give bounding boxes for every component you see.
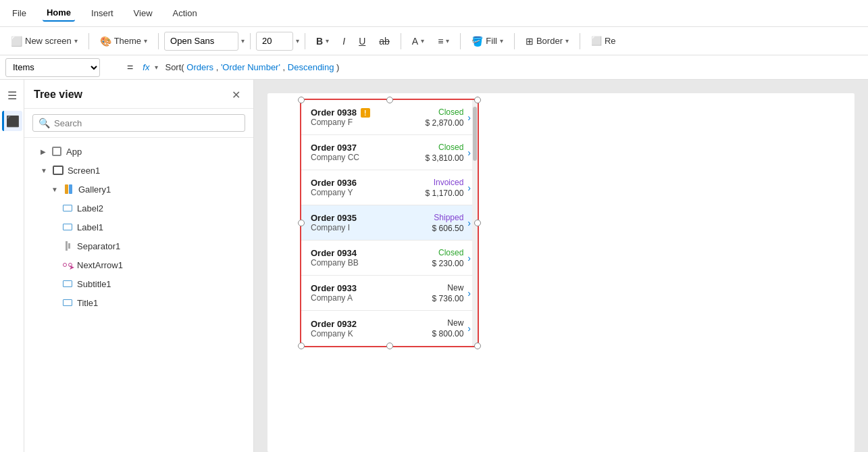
gallery-row-3[interactable]: Order 0935 Company I Shipped $ 606.50 › bbox=[301, 205, 478, 241]
gallery-widget[interactable]: Order 0938 Company F Closed $ 2,870.00 ›… bbox=[300, 99, 479, 347]
gallery-row-3-content: Order 0935 Company I bbox=[311, 213, 416, 232]
side-icons-panel: ☰ ⬛ bbox=[0, 80, 24, 452]
bold-icon: B bbox=[316, 36, 323, 47]
gallery-row-2-chevron[interactable]: › bbox=[467, 182, 471, 193]
formula-comma2: , bbox=[283, 62, 286, 72]
tree-item-label1[interactable]: Label1 bbox=[24, 218, 253, 236]
strikethrough-button[interactable]: ab bbox=[374, 33, 395, 49]
handle-top-center[interactable] bbox=[386, 97, 393, 103]
font-size-input[interactable] bbox=[256, 32, 293, 51]
gallery-row-1-company: Company CC bbox=[311, 153, 416, 162]
property-dropdown[interactable]: Items bbox=[5, 58, 100, 77]
gallery-row-0[interactable]: Order 0938 Company F Closed $ 2,870.00 › bbox=[301, 100, 478, 135]
handle-mid-right[interactable] bbox=[474, 220, 481, 226]
gallery-row-0-title: Order 0938 bbox=[311, 107, 416, 118]
layers-icon[interactable]: ⬛ bbox=[2, 111, 22, 131]
bold-button[interactable]: B ▾ bbox=[311, 33, 334, 49]
gallery-row-4-chevron[interactable]: › bbox=[467, 253, 471, 263]
gallery-row-6-chevron[interactable]: › bbox=[467, 323, 471, 334]
gallery-row-0-status: Closed bbox=[438, 107, 463, 117]
gallery-row-6-content: Order 0932 Company K bbox=[311, 319, 416, 338]
gallery-row-0-chevron[interactable]: › bbox=[467, 112, 471, 123]
search-input[interactable] bbox=[54, 118, 239, 128]
tree-close-button[interactable]: ✕ bbox=[228, 86, 244, 103]
toolbar-divider-6 bbox=[460, 33, 461, 49]
gallery-row-6-title: Order 0932 bbox=[311, 319, 416, 329]
tree-item-nextarrow1[interactable]: ➤ NextArrow1 bbox=[24, 255, 253, 274]
strikethrough-icon: ab bbox=[379, 36, 390, 47]
formula-expression[interactable]: Sort( Orders , 'Order Number' , Descendi… bbox=[165, 62, 339, 72]
menu-view[interactable]: View bbox=[130, 5, 157, 21]
tree-item-label2[interactable]: Label2 bbox=[24, 199, 253, 218]
handle-top-left[interactable] bbox=[298, 97, 305, 103]
gallery-row-5-chevron[interactable]: › bbox=[467, 288, 471, 299]
handle-bottom-left[interactable] bbox=[298, 343, 305, 349]
menu-file[interactable]: File bbox=[8, 5, 30, 21]
gallery-row-2[interactable]: Order 0936 Company Y Invoiced $ 1,170.00… bbox=[301, 170, 478, 205]
gallery-row-6[interactable]: Order 0932 Company K New $ 800.00 › bbox=[301, 311, 478, 346]
fx-label: fx bbox=[140, 62, 152, 72]
gallery-row-0-content: Order 0938 Company F bbox=[311, 107, 416, 128]
menu-bar: File Home Insert View Action bbox=[0, 0, 868, 27]
re-icon: ⬜ bbox=[591, 36, 602, 46]
menu-insert[interactable]: Insert bbox=[87, 5, 118, 21]
tree-arrow-gallery1: ▼ bbox=[51, 186, 58, 193]
gallery-row-4[interactable]: Order 0934 Company BB Closed $ 230.00 › bbox=[301, 241, 478, 276]
handle-bottom-right[interactable] bbox=[474, 343, 481, 349]
gallery-row-5-status: New bbox=[447, 283, 463, 293]
hamburger-icon[interactable]: ☰ bbox=[2, 85, 22, 105]
gallery-row-1[interactable]: Order 0937 Company CC Closed $ 3,810.00 … bbox=[301, 135, 478, 170]
tree-label-nextarrow1: NextArrow1 bbox=[77, 260, 123, 270]
search-icon: 🔍 bbox=[39, 118, 50, 128]
underline-button[interactable]: U bbox=[353, 33, 371, 49]
gallery-scrollbar-thumb[interactable] bbox=[473, 107, 477, 161]
gallery-row-4-amount: $ 230.00 bbox=[432, 259, 464, 268]
toolbar-divider-3 bbox=[250, 33, 251, 49]
tree-item-title1[interactable]: Title1 bbox=[24, 293, 253, 312]
tree-item-separator1[interactable]: Separator1 bbox=[24, 236, 253, 255]
tree-item-app[interactable]: ▶ App bbox=[24, 142, 253, 161]
gallery-row-6-amount: $ 800.00 bbox=[432, 329, 464, 338]
search-input-wrap: 🔍 bbox=[32, 114, 245, 132]
label-icon-2 bbox=[62, 203, 73, 214]
font-size-chevron[interactable]: ▾ bbox=[296, 37, 299, 45]
canvas-area: Order 0938 Company F Closed $ 2,870.00 ›… bbox=[254, 80, 868, 452]
border-label: Border bbox=[536, 36, 563, 46]
border-button[interactable]: ⊞ Border ▾ bbox=[520, 33, 574, 49]
formula-orders-obj: Orders bbox=[186, 62, 213, 72]
tree-search-area: 🔍 bbox=[24, 109, 253, 138]
fill-button[interactable]: 🪣 Fill ▾ bbox=[466, 33, 509, 49]
tree-item-gallery1[interactable]: ▼ Gallery1 bbox=[24, 180, 253, 199]
gallery-row-3-right: Shipped $ 606.50 bbox=[416, 213, 463, 233]
tree-panel: Tree view ✕ 🔍 ▶ App ▼ bbox=[24, 80, 254, 452]
italic-icon: I bbox=[342, 36, 345, 47]
italic-button[interactable]: I bbox=[337, 33, 351, 49]
gallery-row-5[interactable]: Order 0933 Company A New $ 736.00 › bbox=[301, 276, 478, 311]
align-button[interactable]: ≡ ▾ bbox=[432, 33, 455, 49]
tree-label-app: App bbox=[66, 147, 82, 157]
handle-mid-left[interactable] bbox=[298, 220, 305, 226]
formula-bar: Items = fx ▾ Sort( Orders , 'Order Numbe… bbox=[0, 55, 868, 80]
menu-home[interactable]: Home bbox=[43, 5, 75, 22]
gallery-row-1-title: Order 0937 bbox=[311, 143, 416, 153]
menu-action[interactable]: Action bbox=[169, 5, 201, 21]
font-color-button[interactable]: A ▾ bbox=[407, 33, 430, 49]
gallery-row-1-status: Closed bbox=[438, 143, 463, 152]
re-button[interactable]: ⬜ Re bbox=[586, 33, 621, 49]
fx-chevron[interactable]: ▾ bbox=[155, 64, 158, 71]
gallery-row-4-company: Company BB bbox=[311, 258, 416, 268]
gallery-row-3-chevron[interactable]: › bbox=[467, 218, 471, 228]
gallery-row-3-company: Company I bbox=[311, 223, 416, 232]
tree-item-screen1[interactable]: ▼ Screen1 bbox=[24, 161, 253, 180]
gallery-row-6-company: Company K bbox=[311, 329, 416, 338]
title-label-icon bbox=[62, 297, 73, 308]
theme-button[interactable]: 🎨 Theme ▾ bbox=[95, 33, 153, 49]
handle-bottom-center[interactable] bbox=[386, 343, 393, 349]
new-screen-button[interactable]: ⬜ New screen ▾ bbox=[5, 33, 83, 49]
font-family-chevron[interactable]: ▾ bbox=[241, 37, 245, 45]
tree-item-subtitle1[interactable]: Subtitle1 bbox=[24, 274, 253, 293]
gallery-row-1-right: Closed $ 3,810.00 bbox=[416, 143, 463, 163]
handle-top-right[interactable] bbox=[474, 97, 481, 103]
gallery-row-1-chevron[interactable]: › bbox=[467, 147, 471, 158]
font-family-input[interactable] bbox=[164, 32, 238, 51]
